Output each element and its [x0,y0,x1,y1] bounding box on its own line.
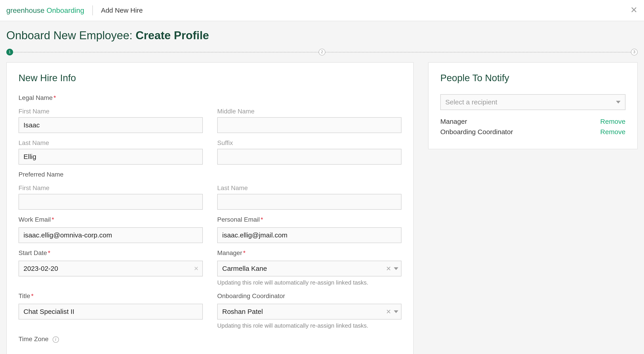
manager-helper: Updating this role will automatically re… [217,279,402,286]
chevron-down-icon[interactable] [394,310,398,313]
logo-sub: Onboarding [46,6,84,14]
timezone-section: Time Zone i [18,336,402,343]
email-section: Work Email* Personal Email* [18,216,402,243]
people-to-notify-card: People To Notify Select a recipient Mana… [428,62,638,149]
logo-main: greenhouse [6,6,44,14]
chevron-down-icon[interactable] [394,267,398,270]
notify-row: Onboarding Coordinator Remove [440,127,626,137]
notify-row: Manager Remove [440,116,626,127]
recipient-select[interactable]: Select a recipient [440,94,626,110]
content-area: New Hire Info Legal Name* First Name Mid… [0,62,644,354]
middle-name-label: Middle Name [217,108,402,115]
step-1[interactable]: 1 [6,49,13,55]
title-label: Title* [18,292,203,300]
new-hire-title: New Hire Info [18,73,402,83]
header-subtitle: Add New Hire [101,6,143,14]
manager-label: Manager* [217,249,402,257]
legal-name-section: Legal Name* First Name Middle Name Last … [18,94,402,165]
pref-first-label: First Name [18,184,203,192]
clear-coordinator-icon[interactable]: ✕ [386,308,391,316]
coordinator-label: Onboarding Coordinator [217,292,402,300]
first-name-label: First Name [18,108,203,115]
step-3[interactable]: 3 [631,49,638,55]
required-asterisk: * [54,94,56,101]
legal-name-label: Legal Name* [18,94,402,101]
work-email-input[interactable] [18,227,203,243]
last-name-label: Last Name [18,139,203,147]
coordinator-helper: Updating this role will automatically re… [217,322,402,329]
start-manager-section: Start Date* ✕ Manager* ✕ [18,249,402,286]
preferred-name-label: Preferred Name [18,171,402,178]
title-input[interactable] [18,304,203,320]
middle-name-input[interactable] [217,117,402,133]
close-icon[interactable]: × [631,4,637,15]
page-title: Onboard New Employee: Create Profile [6,29,638,42]
personal-email-input[interactable] [217,227,402,243]
manager-select[interactable] [217,261,402,276]
page-title-area: Onboard New Employee: Create Profile [0,21,644,46]
pref-last-label: Last Name [217,184,402,192]
work-email-label: Work Email* [18,216,203,223]
preferred-name-section: Preferred Name First Name Last Name [18,171,402,210]
recipient-placeholder: Select a recipient [445,98,497,106]
new-hire-card: New Hire Info Legal Name* First Name Mid… [6,62,414,354]
first-name-input[interactable] [18,117,203,133]
pref-first-input[interactable] [18,194,203,210]
timezone-label: Time Zone i [18,336,402,343]
header-divider [92,5,93,15]
page-title-prefix: Onboard New Employee: [6,29,136,42]
last-name-input[interactable] [18,149,203,165]
chevron-down-icon [616,101,620,104]
personal-email-label: Personal Email* [217,216,402,223]
notify-title: People To Notify [440,73,626,83]
coordinator-select[interactable] [217,304,402,320]
notify-role: Onboarding Coordinator [440,128,513,136]
app-logo: greenhouse Onboarding [6,6,84,15]
notify-role: Manager [440,118,467,125]
clear-manager-icon[interactable]: ✕ [386,265,391,272]
app-header: greenhouse Onboarding Add New Hire × [0,0,644,21]
step-line-1-2 [13,52,318,52]
suffix-label: Suffix [217,139,402,147]
info-icon[interactable]: i [52,337,59,343]
title-coordinator-section: Title* Onboarding Coordinator ✕ Updating… [18,292,402,329]
pref-last-input[interactable] [217,194,402,210]
start-date-input[interactable] [18,261,203,276]
page-title-bold: Create Profile [136,29,209,42]
progress-stepper: 1 2 3 [0,46,644,62]
remove-button[interactable]: Remove [600,128,626,136]
step-2[interactable]: 2 [318,49,326,55]
clear-date-icon[interactable]: ✕ [194,265,199,272]
remove-button[interactable]: Remove [600,118,626,125]
start-date-label: Start Date* [18,249,203,257]
suffix-input[interactable] [217,149,402,165]
step-line-2-3 [326,52,631,52]
